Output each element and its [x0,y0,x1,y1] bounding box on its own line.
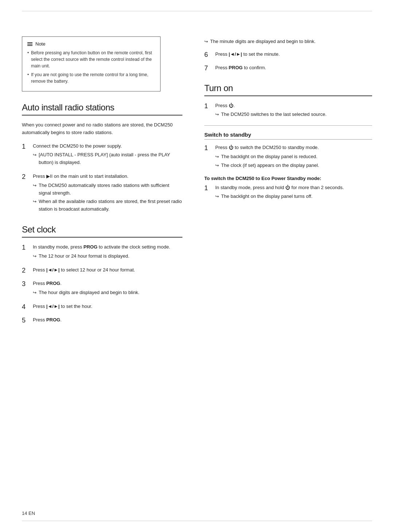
step-number-to1: 1 [204,102,212,110]
eco-steps: 1 In standby mode, press and hold ⏻ for … [204,184,372,202]
auto-install-step-1: 1 Connect the DCM250 to the power supply… [22,142,182,168]
arrow-icon: ↪ [33,289,36,297]
arrow-icon: ↪ [215,111,219,118]
step-2-bullet-1: ↪ The DCM250 automatically stores radio … [33,182,182,197]
switch-standby-title: Switch to standby [204,132,372,140]
note-title: Note [35,41,45,47]
step-text-sc2: Press |◄/►| to select 12 hour or 24 hour… [33,267,135,273]
step-number-sc1: 1 [22,243,29,252]
set-clock-steps: 1 In standby mode, press PROG to activat… [22,243,182,325]
step-sc3-bullet-1: ↪ The hour digits are displayed and begi… [33,289,182,297]
step-ss1-bullet-text-2: The clock (if set) appears on the displa… [221,162,319,169]
note-header: Note [27,41,155,47]
step-number-1: 1 [22,142,29,151]
step-sc1-bullet-text-1: The 12 hour or 24 hour format is display… [39,253,130,260]
note-item-2: If you are not going to use the remote c… [27,71,155,85]
step-text-sc5: Press PROG. [33,317,62,322]
switch-standby-step-1: 1 Press ⏻ to switch the DCM250 to standb… [204,144,372,170]
eco-power-heading: To switch the DCM250 to Eco Power Standb… [204,176,372,181]
step-2-bullet-2: ↪ When all the available radio stations … [33,198,182,213]
step-text-r7: Press PROG to confirm. [215,65,266,70]
arrow-icon: ↪ [204,38,208,46]
auto-install-steps: 1 Connect the DCM250 to the power supply… [22,142,182,214]
auto-install-title: Auto install radio stations [22,102,182,116]
auto-install-intro: When you connect power and no radio stat… [22,121,182,137]
step-ss1-bullet-2: ↪ The clock (if set) appears on the disp… [215,162,372,169]
step-1-bullet-1: ↪ [AUTO INSTALL - PRESS PLAY] (auto inst… [33,151,182,167]
step-content-sc4: Press |◄/►| to set the hour. [33,303,182,310]
step-2-bullets: ↪ The DCM250 automatically stores radio … [33,182,182,213]
step-sc1-bullet-1: ↪ The 12 hour or 24 hour format is displ… [33,253,182,260]
arrow-icon: ↪ [33,182,36,197]
step-eco1-bullets: ↪ The backlight on the display panel tur… [215,193,372,200]
step-eco1-bullet-text-1: The backlight on the display panel turns… [221,193,313,200]
step-text-sc1: In standby mode, press PROG to activate … [33,244,170,250]
arrow-icon: ↪ [33,253,36,260]
step-content-ss1: Press ⏻ to switch the DCM250 to standby … [215,144,372,170]
set-clock-step-3: 3 Press PROG. ↪ The hour digits are disp… [22,280,182,298]
note-list: Before pressing any function button on t… [27,50,155,85]
step-content-sc1: In standby mode, press PROG to activate … [33,243,182,261]
step-text-ss1: Press ⏻ to switch the DCM250 to standby … [215,145,319,150]
step-text-eco1: In standby mode, press and hold ⏻ for mo… [215,185,344,190]
page: Note Before pressing any function button… [0,0,394,532]
step-number-sc5: 5 [22,316,29,325]
step-number-sc2: 2 [22,266,29,275]
switch-standby-steps: 1 Press ⏻ to switch the DCM250 to standb… [204,144,372,170]
step-number-r6: 6 [204,51,212,59]
step-to1-bullet-text-1: The DCM250 switches to the last selected… [221,111,327,118]
page-border-top [22,11,372,11]
step-text-to1: Press ⏻. [215,103,235,108]
set-clock-title: Set clock [22,224,182,238]
turn-on-step-1: 1 Press ⏻. ↪ The DCM250 switches to the … [204,102,372,120]
divider [204,125,372,126]
step-text-1: Connect the DCM250 to the power supply. [33,143,122,149]
right-step-7: 7 Press PROG to confirm. [204,64,372,73]
step-content-r6: Press |◄/►| to set the minute. [215,51,372,58]
step-content-r7: Press PROG to confirm. [215,64,372,72]
step-ss1-bullet-1: ↪ The backlight on the display panel is … [215,153,372,161]
step-content-2: Press ▶II on the main unit to start inst… [33,173,182,214]
arrow-icon: ↪ [33,198,36,213]
step-ss1-bullets: ↪ The backlight on the display panel is … [215,153,372,169]
step-1-bullets: ↪ [AUTO INSTALL - PRESS PLAY] (auto inst… [33,151,182,167]
step-text-2: Press ▶II on the main unit to start inst… [33,173,128,179]
set-clock-step-1: 1 In standby mode, press PROG to activat… [22,243,182,261]
step-text-sc4: Press |◄/►| to set the hour. [33,304,92,309]
step-content-eco1: In standby mode, press and hold ⏻ for mo… [215,184,372,202]
step-2-bullet-text-2: When all the available radio stations ar… [39,198,182,213]
right-column: ↪ The minute digits are displayed and be… [197,36,372,207]
note-box: Note Before pressing any function button… [22,36,161,91]
left-column: Note Before pressing any function button… [22,36,197,330]
arrow-icon: ↪ [215,153,219,161]
step-content-1: Connect the DCM250 to the power supply. … [33,142,182,168]
arrow-icon: ↪ [215,162,219,169]
set-clock-step-5: 5 Press PROG. [22,316,182,325]
step5-continuation-bullets: ↪ The minute digits are displayed and be… [204,38,372,46]
step5-cont-bullet-text-1: The minute digits are displayed and begi… [210,38,316,46]
step-1-bullet-text-1: [AUTO INSTALL - PRESS PLAY] (auto instal… [39,151,182,167]
step5-cont-bullet-1: ↪ The minute digits are displayed and be… [204,38,372,46]
turn-on-steps: 1 Press ⏻. ↪ The DCM250 switches to the … [204,102,372,120]
step-number-eco1: 1 [204,184,212,192]
set-clock-step-4: 4 Press |◄/►| to set the hour. [22,303,182,311]
step-eco1-bullet-1: ↪ The backlight on the display panel tur… [215,193,372,200]
step-content-sc3: Press PROG. ↪ The hour digits are displa… [33,280,182,298]
step-text-r6: Press |◄/►| to set the minute. [215,51,280,57]
note-icon [27,42,32,46]
step-sc1-bullets: ↪ The 12 hour or 24 hour format is displ… [33,253,182,260]
step-content-to1: Press ⏻. ↪ The DCM250 switches to the la… [215,102,372,120]
step-sc3-bullet-text-1: The hour digits are displayed and begin … [39,289,139,297]
step-to1-bullet-1: ↪ The DCM250 switches to the last select… [215,111,372,118]
step-number-r7: 7 [204,64,212,73]
set-clock-step-2: 2 Press |◄/►| to select 12 hour or 24 ho… [22,266,182,275]
turn-on-title: Turn on [204,83,372,96]
step-number-ss1: 1 [204,144,212,152]
right-step-6: 6 Press |◄/►| to set the minute. [204,51,372,59]
step-text-sc3: Press PROG. [33,281,62,286]
arrow-icon: ↪ [215,193,219,200]
page-footer: 14 EN [22,511,35,516]
step-ss1-bullet-text-1: The backlight on the display panel is re… [221,153,317,161]
step-sc3-bullets: ↪ The hour digits are displayed and begi… [33,289,182,297]
page-border-bottom [22,521,372,521]
